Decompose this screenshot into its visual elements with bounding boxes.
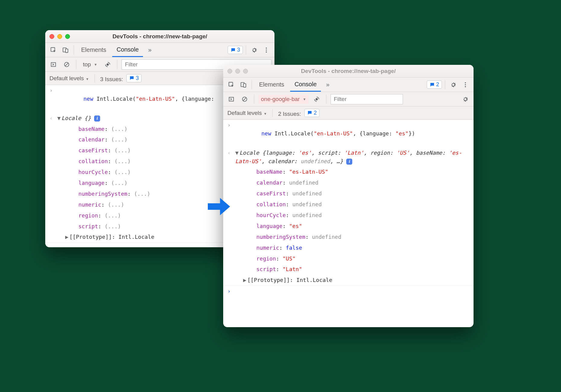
gear-icon[interactable] [249,45,259,55]
issues-badge-count: 3 [237,47,240,53]
levels-selector[interactable]: Default levels [227,110,267,116]
inspect-element-icon[interactable] [48,45,59,55]
property-row[interactable]: calendar: undefined [223,177,474,188]
titlebar: DevTools - chrome://new-tab-page/ [45,30,274,43]
close-icon[interactable] [227,69,232,74]
window-title: DevTools - chrome://new-tab-page/ [45,33,274,40]
property-row[interactable]: language: "es" [223,221,474,232]
device-toggle-icon[interactable] [238,80,249,90]
info-icon[interactable]: i [94,115,100,122]
svg-point-8 [107,63,109,65]
main-toolbar: Elements Console » 3 [45,43,274,57]
live-expression-icon[interactable] [312,94,322,104]
property-row[interactable]: baseName: "es-Latn-US" [223,166,474,177]
issues-summary[interactable]: 3 Issues: 3 [100,74,141,83]
issues-badge[interactable]: 2 [427,81,442,89]
svg-point-17 [315,98,318,100]
issues-badge[interactable]: 3 [228,46,243,54]
property-row[interactable]: hourCycle: undefined [223,210,474,221]
property-row[interactable]: caseFirst: undefined [223,188,474,199]
tab-console[interactable]: Console [112,43,143,57]
tab-elements[interactable]: Elements [77,43,110,57]
prototype-row[interactable]: ▶[[Prototype]]: Intl.Locale [223,275,474,286]
svg-point-4 [266,49,267,51]
property-row[interactable]: numeric: false [223,242,474,253]
property-row[interactable]: numberingSystem: undefined [223,232,474,242]
console-prompt[interactable]: › [223,286,474,297]
console-sidebar-icon[interactable] [226,94,236,104]
titlebar: DevTools - chrome://new-tab-page/ [223,65,474,77]
zoom-icon[interactable] [243,69,248,74]
devtools-window-right: DevTools - chrome://new-tab-page/ Elemen… [223,65,474,327]
svg-point-13 [465,84,466,85]
clear-console-icon[interactable] [62,59,72,70]
svg-rect-11 [243,84,246,87]
kebab-menu-icon[interactable] [460,80,471,90]
more-tabs-icon[interactable]: » [145,45,155,55]
tab-elements[interactable]: Elements [255,77,288,92]
window-title: DevTools - chrome://new-tab-page/ [223,68,474,74]
info-icon[interactable]: i [346,159,352,165]
console-result-header[interactable]: ‹ ▼Locale {language: 'es', script: 'Latn… [223,147,474,167]
filter-input[interactable] [331,94,403,104]
console-filter-row: Default levels 2 Issues: 2 [223,106,474,120]
console-input-line: › new Intl.Locale("en-Latn-US", {languag… [223,120,474,147]
traffic-lights [227,69,248,74]
svg-point-3 [266,47,267,49]
arrow-icon [205,193,232,220]
svg-point-5 [266,51,267,52]
gear-icon[interactable] [448,80,458,90]
console-sidebar-icon[interactable] [48,59,59,70]
inspect-element-icon[interactable] [226,80,236,90]
device-toggle-icon[interactable] [60,45,71,55]
issues-badge-count: 2 [436,81,439,88]
property-row[interactable]: script: "Latn" [223,264,474,275]
context-selector[interactable]: one-google-bar [258,95,309,104]
object-properties: baseName: "es-Latn-US"calendar: undefine… [223,166,474,275]
minimize-icon[interactable] [235,69,240,74]
live-expression-icon[interactable] [103,59,113,70]
svg-point-14 [465,86,466,87]
svg-point-12 [465,82,466,83]
console-body[interactable]: › new Intl.Locale("en-Latn-US", {languag… [223,120,474,327]
traffic-lights [49,34,70,39]
zoom-icon[interactable] [65,34,70,39]
console-toolbar: one-google-bar [223,92,474,106]
svg-rect-2 [65,49,68,52]
kebab-menu-icon[interactable] [261,45,271,55]
close-icon[interactable] [49,34,54,39]
property-row[interactable]: region: "US" [223,253,474,264]
gear-icon[interactable] [460,94,471,104]
tab-console[interactable]: Console [290,77,321,92]
minimize-icon[interactable] [57,34,62,39]
property-row[interactable]: collation: undefined [223,199,474,210]
more-tabs-icon[interactable]: » [323,80,333,90]
issues-summary[interactable]: 2 Issues: 2 [278,109,319,117]
levels-selector[interactable]: Default levels [49,75,89,82]
context-selector[interactable]: top [81,60,100,69]
clear-console-icon[interactable] [239,94,250,104]
main-toolbar: Elements Console » 2 [223,77,474,92]
